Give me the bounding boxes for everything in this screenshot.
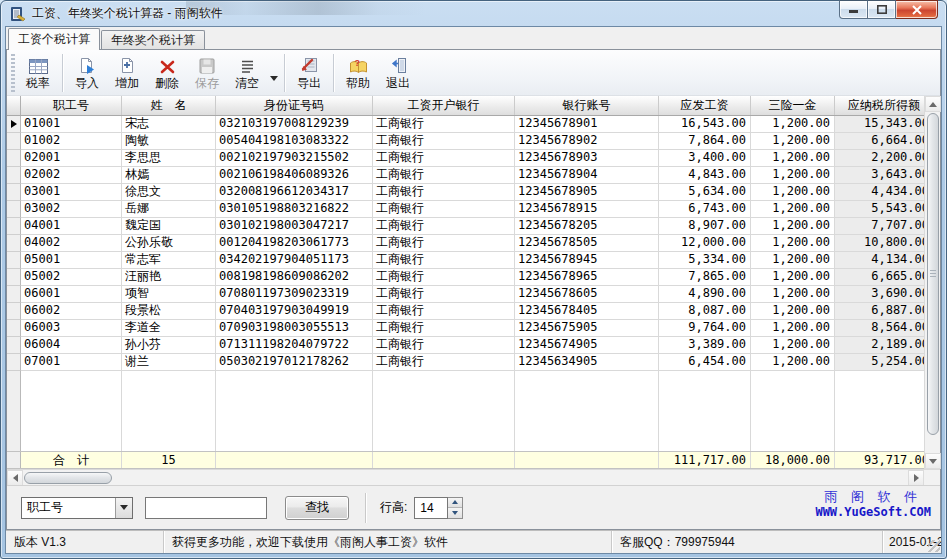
cell-bank[interactable]: 工商银行 xyxy=(373,184,515,201)
search-field-dropdown[interactable]: 职工号 xyxy=(21,497,133,519)
cell-insurance[interactable]: 1,200.00 xyxy=(751,150,835,167)
cell-id[interactable]: 05002 xyxy=(21,269,122,286)
cell-salary[interactable]: 3,389.00 xyxy=(659,337,751,354)
column-header[interactable]: 姓 名 xyxy=(122,96,216,115)
table-row[interactable]: 01002陶敏005404198103083322工商银行12345678902… xyxy=(7,133,924,150)
column-header[interactable]: 职工号 xyxy=(21,96,122,115)
cell-bank[interactable]: 工商银行 xyxy=(373,201,515,218)
cell-taxable[interactable]: 6,887.00 xyxy=(835,303,924,320)
cell-account[interactable]: 12345678901 xyxy=(515,116,659,133)
cell-bank[interactable]: 工商银行 xyxy=(373,235,515,252)
cell-bank[interactable]: 工商银行 xyxy=(373,150,515,167)
cell-idcard[interactable]: 032103197008129239 xyxy=(216,116,373,133)
cell-salary[interactable]: 4,890.00 xyxy=(659,286,751,303)
cell-insurance[interactable]: 1,200.00 xyxy=(751,167,835,184)
tax-rate-button[interactable]: 税率 xyxy=(18,52,58,94)
brand-website[interactable]: WWW.YuGeSoft.COM xyxy=(815,506,931,518)
table-row[interactable]: 02002林嫣002106198406089326工商银行12345678904… xyxy=(7,167,924,184)
column-header[interactable]: 应发工资 xyxy=(659,96,751,115)
table-row[interactable]: 02001李思思002102197903215502工商银行1234567890… xyxy=(7,150,924,167)
clear-dropdown-caret[interactable] xyxy=(267,76,280,81)
table-row[interactable]: 05002汪丽艳008198198609086202工商银行1234567896… xyxy=(7,269,924,286)
cell-insurance[interactable]: 1,200.00 xyxy=(751,252,835,269)
cell-taxable[interactable]: 5,543.00 xyxy=(835,201,924,218)
search-input[interactable] xyxy=(145,497,267,519)
table-row[interactable]: 03002岳娜030105198803216822工商银行12345678915… xyxy=(7,201,924,218)
cell-idcard[interactable]: 030105198803216822 xyxy=(216,201,373,218)
row-selector[interactable] xyxy=(7,201,21,218)
cell-id[interactable]: 06004 xyxy=(21,337,122,354)
cell-salary[interactable]: 16,543.00 xyxy=(659,116,751,133)
cell-account[interactable]: 12345678902 xyxy=(515,133,659,150)
exit-button[interactable]: 退出 xyxy=(378,52,418,94)
horizontal-scrollbar-thumb[interactable] xyxy=(24,472,112,484)
minimize-button[interactable] xyxy=(839,0,868,19)
cell-id[interactable]: 06003 xyxy=(21,320,122,337)
vertical-scrollbar[interactable] xyxy=(924,96,940,469)
row-selector[interactable] xyxy=(7,218,21,235)
scroll-down-button[interactable] xyxy=(925,453,941,469)
cell-insurance[interactable]: 1,200.00 xyxy=(751,303,835,320)
table-row[interactable]: 01001宋志032103197008129239工商银行12345678901… xyxy=(7,116,924,133)
cell-taxable[interactable]: 8,564.00 xyxy=(835,320,924,337)
row-height-spinner[interactable]: 14 xyxy=(414,497,463,519)
cell-taxable[interactable]: 3,690.00 xyxy=(835,286,924,303)
cell-name[interactable]: 公孙乐敬 xyxy=(122,235,216,252)
close-button[interactable] xyxy=(896,0,938,19)
cell-bank[interactable]: 工商银行 xyxy=(373,303,515,320)
table-row[interactable]: 04002公孙乐敬001204198203061773工商银行123456785… xyxy=(7,235,924,252)
cell-idcard[interactable]: 008198198609086202 xyxy=(216,269,373,286)
maximize-button[interactable] xyxy=(868,0,896,19)
cell-insurance[interactable]: 1,200.00 xyxy=(751,269,835,286)
cell-bank[interactable]: 工商银行 xyxy=(373,252,515,269)
cell-account[interactable]: 12345634905 xyxy=(515,354,659,371)
cell-taxable[interactable]: 15,343.00 xyxy=(835,116,924,133)
row-selector[interactable] xyxy=(7,184,21,201)
column-header[interactable]: 身份证号码 xyxy=(216,96,373,115)
scroll-up-button[interactable] xyxy=(925,96,941,112)
dropdown-button[interactable] xyxy=(115,498,132,518)
cell-salary[interactable]: 7,865.00 xyxy=(659,269,751,286)
spinner-up-button[interactable] xyxy=(448,498,462,508)
cell-id[interactable]: 02002 xyxy=(21,167,122,184)
cell-account[interactable]: 12345678605 xyxy=(515,286,659,303)
row-selector[interactable] xyxy=(7,167,21,184)
find-button[interactable]: 查找 xyxy=(285,496,349,520)
cell-idcard[interactable]: 071311198204079722 xyxy=(216,337,373,354)
table-row[interactable]: 06004孙小芬071311198204079722工商银行1234567490… xyxy=(7,337,924,354)
export-button[interactable]: 导出 xyxy=(289,52,329,94)
cell-taxable[interactable]: 6,665.00 xyxy=(835,269,924,286)
cell-name[interactable]: 林嫣 xyxy=(122,167,216,184)
cell-name[interactable]: 项智 xyxy=(122,286,216,303)
row-selector[interactable] xyxy=(7,252,21,269)
cell-idcard[interactable]: 050302197012178262 xyxy=(216,354,373,371)
cell-taxable[interactable]: 10,800.00 xyxy=(835,235,924,252)
resize-grip[interactable] xyxy=(928,540,940,552)
cell-salary[interactable]: 6,454.00 xyxy=(659,354,751,371)
cell-name[interactable]: 魏定国 xyxy=(122,218,216,235)
cell-account[interactable]: 12345678405 xyxy=(515,303,659,320)
cell-idcard[interactable]: 070403197903049919 xyxy=(216,303,373,320)
cell-name[interactable]: 常志军 xyxy=(122,252,216,269)
vertical-scrollbar-thumb[interactable] xyxy=(927,113,939,435)
row-selector[interactable] xyxy=(7,269,21,286)
cell-account[interactable]: 12345678905 xyxy=(515,184,659,201)
row-height-value[interactable]: 14 xyxy=(414,497,448,519)
row-selector[interactable] xyxy=(7,354,21,371)
cell-salary[interactable]: 8,087.00 xyxy=(659,303,751,320)
cell-insurance[interactable]: 1,200.00 xyxy=(751,286,835,303)
table-row[interactable]: 06002段景松070403197903049919工商银行1234567840… xyxy=(7,303,924,320)
table-row[interactable]: 07001谢兰050302197012178262工商银行12345634905… xyxy=(7,354,924,371)
toolbar-gripper[interactable] xyxy=(11,54,15,92)
cell-bank[interactable]: 工商银行 xyxy=(373,354,515,371)
tab-bonus-tax[interactable]: 年终奖个税计算 xyxy=(101,30,205,49)
cell-salary[interactable]: 9,764.00 xyxy=(659,320,751,337)
cell-account[interactable]: 12345675905 xyxy=(515,320,659,337)
cell-insurance[interactable]: 1,200.00 xyxy=(751,184,835,201)
row-selector[interactable] xyxy=(7,286,21,303)
cell-name[interactable]: 孙小芬 xyxy=(122,337,216,354)
cell-name[interactable]: 谢兰 xyxy=(122,354,216,371)
table-row[interactable]: 04001魏定国030102198003047217工商银行1234567820… xyxy=(7,218,924,235)
help-button[interactable]: ? 帮助 xyxy=(338,52,378,94)
clear-button[interactable]: 清空 xyxy=(227,52,267,94)
